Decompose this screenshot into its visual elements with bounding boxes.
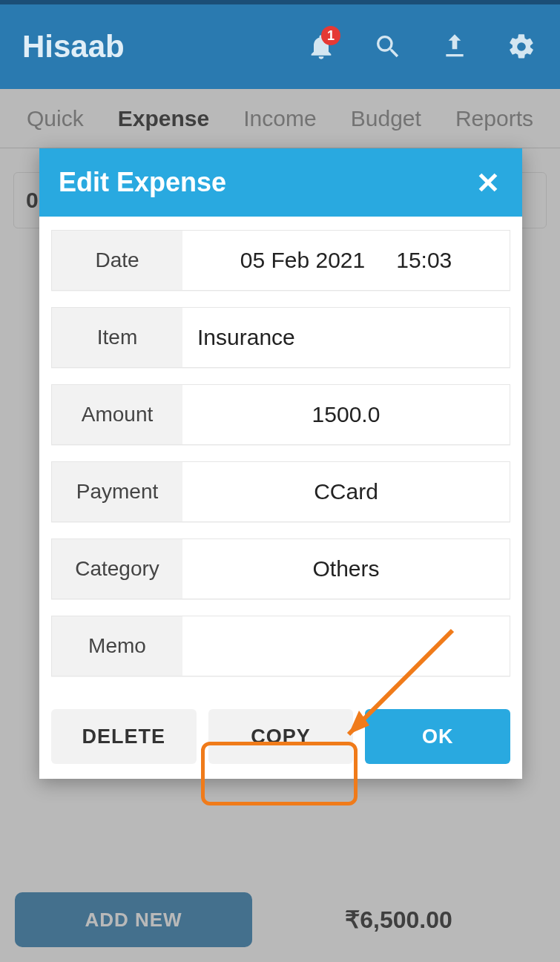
- payment-label: Payment: [52, 462, 182, 521]
- item-label: Item: [52, 308, 182, 367]
- item-value[interactable]: Insurance: [182, 308, 510, 367]
- memo-value[interactable]: [182, 616, 510, 676]
- close-icon[interactable]: [473, 168, 503, 197]
- dialog-actions: DELETE COPY OK: [39, 709, 522, 779]
- notification-badge: 1: [321, 26, 340, 45]
- payment-field[interactable]: Payment CCard: [51, 461, 510, 522]
- payment-value[interactable]: CCard: [182, 462, 510, 521]
- memo-label: Memo: [52, 616, 182, 676]
- copy-button[interactable]: COPY: [208, 709, 354, 764]
- dialog-header: Edit Expense: [39, 148, 522, 217]
- category-field[interactable]: Category Others: [51, 538, 510, 599]
- memo-field[interactable]: Memo: [51, 616, 510, 676]
- item-field[interactable]: Item Insurance: [51, 307, 510, 368]
- settings-icon[interactable]: [505, 30, 538, 63]
- category-label: Category: [52, 539, 182, 599]
- edit-expense-dialog: Edit Expense Date 05 Feb 2021 15:03 Item…: [39, 148, 522, 779]
- date-part: 05 Feb 2021: [240, 248, 365, 273]
- ok-button[interactable]: OK: [365, 709, 510, 764]
- app-title: Hisaab: [22, 29, 305, 65]
- date-label: Date: [52, 231, 182, 290]
- time-part: 15:03: [396, 248, 452, 273]
- appbar-actions: 1: [305, 30, 538, 63]
- app-bar: Hisaab 1: [0, 0, 560, 89]
- date-field[interactable]: Date 05 Feb 2021 15:03: [51, 230, 510, 291]
- share-icon[interactable]: [438, 30, 471, 63]
- date-value[interactable]: 05 Feb 2021 15:03: [182, 231, 510, 290]
- category-value[interactable]: Others: [182, 539, 510, 599]
- amount-value[interactable]: 1500.0: [182, 385, 510, 444]
- amount-field[interactable]: Amount 1500.0: [51, 384, 510, 445]
- delete-button[interactable]: DELETE: [51, 709, 197, 764]
- dialog-body: Date 05 Feb 2021 15:03 Item Insurance Am…: [39, 217, 522, 709]
- amount-label: Amount: [52, 385, 182, 444]
- search-icon[interactable]: [372, 30, 404, 63]
- notifications-icon[interactable]: 1: [305, 30, 337, 63]
- dialog-title: Edit Expense: [59, 167, 473, 198]
